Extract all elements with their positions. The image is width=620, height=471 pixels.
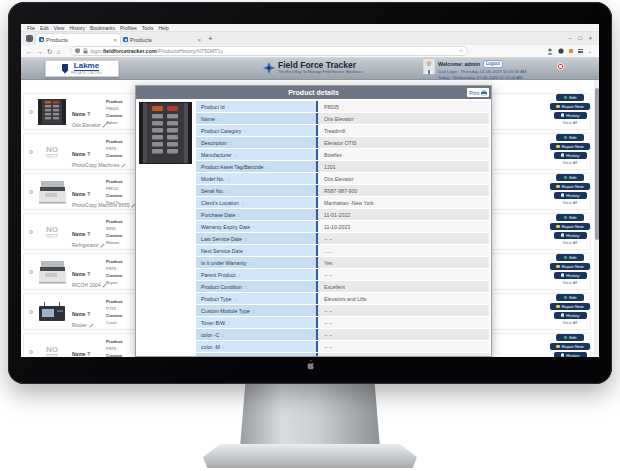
repair-note-button[interactable]: Repair Note (550, 183, 590, 190)
repair-note-icon (556, 105, 560, 109)
page-scrollbar[interactable] (594, 80, 599, 357)
app-logo-icon (263, 62, 275, 74)
menu-item-tools[interactable]: Tools (142, 24, 154, 32)
new-tab-button[interactable]: + (208, 34, 213, 43)
history-button[interactable]: History (554, 352, 587, 357)
no-image-placeholder: NOIMAGE (46, 346, 58, 358)
menu-item-profiles[interactable]: Profiles (120, 24, 137, 32)
menu-item-view[interactable]: View (54, 24, 65, 32)
detail-field-row: Last Service Date -- -- (196, 233, 489, 244)
history-button[interactable]: History (554, 112, 587, 119)
chevron-down-icon[interactable]: ⌄ (588, 48, 592, 54)
row-name-label: Name ? (72, 191, 90, 197)
repair-note-button[interactable]: Repair Note (550, 103, 590, 110)
menu-item-help[interactable]: Help (158, 24, 168, 32)
row-actions: Edit Repair Note History View All (550, 94, 590, 125)
history-button[interactable]: History (554, 232, 587, 239)
view-all-link[interactable]: View All (550, 280, 590, 285)
edit-button[interactable]: Edit (556, 294, 584, 301)
field-value: ...... (324, 248, 333, 254)
edit-button[interactable]: Edit (556, 94, 584, 101)
repair-note-button[interactable]: Repair Note (550, 303, 590, 310)
account-icon[interactable] (547, 48, 553, 55)
edit-button[interactable]: Edit (556, 334, 584, 341)
products-content: Name ? Otis Elevator ProductP8005 Custom… (21, 80, 599, 357)
browser-window: FileEditViewHistoryBookmarksProfilesTool… (21, 24, 599, 357)
field-value: -- -- (324, 308, 332, 314)
field-value: Yes (324, 260, 332, 266)
field-label: Name (201, 116, 215, 122)
row-actions: Edit Repair Note History View All (550, 214, 590, 245)
menu-item-edit[interactable]: Edit (40, 24, 49, 32)
row-checkbox[interactable] (29, 190, 33, 194)
menu-bar: FileEditViewHistoryBookmarksProfilesTool… (21, 24, 599, 32)
edit-button[interactable]: Edit (556, 134, 584, 141)
maximize-button[interactable]: □ (578, 35, 581, 41)
edit-pencil-icon[interactable] (100, 243, 105, 248)
menu-item-bookmarks[interactable]: Bookmarks (90, 24, 115, 32)
browser-tab[interactable]: Products × (120, 34, 204, 45)
field-label: Manufacturer (201, 152, 232, 158)
logout-button[interactable]: Logout (483, 60, 503, 68)
repair-note-button[interactable]: Repair Note (550, 143, 590, 150)
tab-strip: Products × Products × (36, 32, 204, 45)
history-button[interactable]: History (554, 312, 587, 319)
firefox-view-icon[interactable] (26, 35, 33, 42)
field-value: 11-10-2023 (324, 224, 350, 230)
scrollbar-thumb[interactable] (595, 88, 599, 240)
extension-icon[interactable] (569, 49, 573, 53)
bookmark-star-icon[interactable]: ☆ (458, 48, 463, 54)
print-button[interactable]: Print (467, 88, 489, 97)
close-button[interactable]: × (589, 35, 592, 41)
edit-button[interactable]: Edit (556, 214, 584, 221)
monitor-bezel: FileEditViewHistoryBookmarksProfilesTool… (8, 2, 612, 384)
tab-close-icon[interactable]: × (197, 37, 201, 43)
browser-tab[interactable]: Products × (36, 34, 120, 45)
history-button[interactable]: History (554, 272, 587, 279)
shield-icon[interactable] (75, 48, 80, 54)
row-checkbox[interactable] (29, 230, 33, 234)
url-bar[interactable]: login.fieldforcetracker.com/ProductsHist… (70, 46, 468, 56)
edit-pencil-icon[interactable] (121, 163, 126, 168)
view-all-link[interactable]: View All (550, 200, 590, 205)
row-checkbox[interactable] (29, 110, 33, 114)
toolbar-icons: ⌄ (547, 48, 594, 55)
repair-note-button[interactable]: Repair Note (550, 343, 590, 350)
edit-button[interactable]: Edit (556, 254, 584, 261)
repair-note-button[interactable]: Repair Note (550, 223, 590, 230)
tab-close-icon[interactable]: × (113, 37, 117, 43)
detail-field-row: Model No. Otis Elevator (196, 173, 489, 184)
detail-field-row: Product Id P8005 (196, 101, 489, 112)
product-name: RICOH 2004 (72, 282, 101, 288)
menu-item-file[interactable]: File (27, 24, 35, 32)
repair-note-button[interactable]: Repair Note (550, 263, 590, 270)
view-all-link[interactable]: View All (550, 160, 590, 165)
row-checkbox[interactable] (29, 150, 33, 154)
row-checkbox[interactable] (29, 310, 33, 314)
field-label: Parent Product (201, 272, 236, 278)
field-label: Model No. (201, 176, 225, 182)
alert-icon[interactable] (557, 63, 564, 70)
view-all-link[interactable]: View All (550, 320, 590, 325)
printer-icon (481, 90, 487, 96)
modal-title: Product details (288, 89, 339, 96)
browser-menu-icon[interactable] (578, 49, 583, 53)
view-all-link[interactable]: View All (550, 240, 590, 245)
history-button[interactable]: History (554, 192, 587, 199)
minimize-button[interactable]: – (568, 35, 571, 41)
field-label: Toner B/W (201, 320, 225, 326)
edit-pencil-icon[interactable] (89, 323, 94, 328)
forward-icon[interactable]: → (37, 45, 44, 58)
url-text: login.fieldforcetracker.com/ProductsHist… (90, 48, 223, 54)
row-checkbox[interactable] (29, 270, 33, 274)
history-button[interactable]: History (554, 152, 587, 159)
reload-icon[interactable]: ↻ (47, 45, 52, 58)
adblock-icon[interactable] (558, 48, 564, 54)
detail-field-row: Product Condition Excellent (196, 281, 489, 292)
row-checkbox[interactable] (29, 350, 33, 354)
menu-item-history[interactable]: History (69, 24, 85, 32)
home-icon[interactable]: ⌂ (56, 45, 60, 58)
back-icon[interactable]: ← (26, 45, 33, 58)
view-all-link[interactable]: View All (550, 120, 590, 125)
edit-button[interactable]: Edit (556, 174, 584, 181)
